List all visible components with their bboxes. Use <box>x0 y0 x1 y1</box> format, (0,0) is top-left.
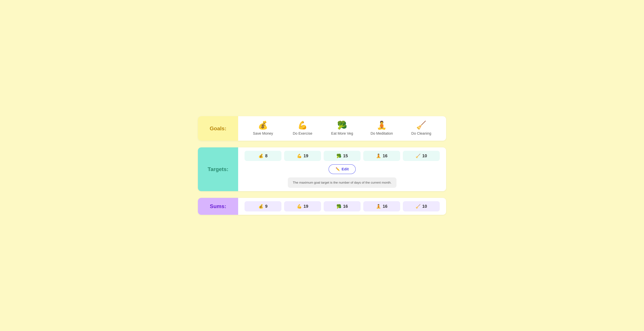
sum-cell-1: 💪 19 <box>284 201 321 212</box>
target-cell-4: 🧹 10 <box>403 151 440 161</box>
do-exercise-label: Do Exercise <box>293 131 312 136</box>
goals-content: 💰 Save Money 💪 Do Exercise 🥦 Eat More Ve… <box>238 116 446 141</box>
sum-emoji-0: 💰 <box>258 204 264 209</box>
targets-content: 💰 8 💪 19 🥦 15 🧘 16 🧹 10 ✏️ Edit The maxi… <box>238 148 446 191</box>
target-cell-1: 💪 19 <box>284 151 321 161</box>
sums-content: 💰 9 💪 19 🥦 16 🧘 16 🧹 10 <box>238 198 446 215</box>
sum-emoji-3: 🧘 <box>376 204 381 209</box>
sum-cell-3: 🧘 16 <box>363 201 400 212</box>
goal-item-eat-more-veg: 🥦 Eat More Veg <box>322 121 362 136</box>
main-container: Goals: 💰 Save Money 💪 Do Exercise 🥦 Eat … <box>198 116 446 215</box>
goal-item-do-cleaning: 🧹 Do Cleaning <box>402 121 441 136</box>
goals-row: 💰 Save Money 💪 Do Exercise 🥦 Eat More Ve… <box>243 120 441 137</box>
edit-icon: ✏️ <box>336 167 340 171</box>
sum-emoji-2: 🥦 <box>336 204 342 209</box>
eat-more-veg-label: Eat More Veg <box>331 131 353 136</box>
target-emoji-0: 💰 <box>258 154 264 158</box>
do-exercise-emoji: 💪 <box>298 121 308 129</box>
eat-more-veg-emoji: 🥦 <box>337 121 347 129</box>
target-value-0: 8 <box>265 154 268 158</box>
edit-button[interactable]: ✏️ Edit <box>328 164 356 174</box>
targets-section: Targets: 💰 8 💪 19 🥦 15 🧘 16 🧹 10 ✏️ Edit <box>198 148 446 191</box>
save-money-emoji: 💰 <box>258 121 268 129</box>
target-value-3: 16 <box>383 154 388 158</box>
goal-item-do-meditation: 🧘 Do Meditation <box>362 121 402 136</box>
sum-value-4: 10 <box>422 204 427 209</box>
sum-value-0: 9 <box>265 204 268 209</box>
info-text: The maximum goal target is the number of… <box>293 181 392 184</box>
info-box: The maximum goal target is the number of… <box>288 178 397 188</box>
target-emoji-2: 🥦 <box>336 154 342 158</box>
sum-cell-0: 💰 9 <box>244 201 282 212</box>
sums-label-text: Sums: <box>210 203 226 210</box>
do-meditation-label: Do Meditation <box>370 131 393 136</box>
sum-emoji-4: 🧹 <box>416 204 420 209</box>
target-value-4: 10 <box>422 154 427 158</box>
target-emoji-1: 💪 <box>297 154 302 158</box>
target-cell-3: 🧘 16 <box>363 151 400 161</box>
target-cell-2: 🥦 15 <box>324 151 360 161</box>
sum-cell-2: 🥦 16 <box>324 201 360 212</box>
edit-label: Edit <box>342 167 349 171</box>
sums-label: Sums: <box>198 198 238 215</box>
sum-value-1: 19 <box>304 204 308 209</box>
sums-section: Sums: 💰 9 💪 19 🥦 16 🧘 16 🧹 10 <box>198 198 446 215</box>
targets-numbers-row: 💰 8 💪 19 🥦 15 🧘 16 🧹 10 <box>243 151 441 161</box>
target-value-1: 19 <box>304 154 308 158</box>
goals-label: Goals: <box>198 116 238 141</box>
target-cell-0: 💰 8 <box>244 151 282 161</box>
goals-section: Goals: 💰 Save Money 💪 Do Exercise 🥦 Eat … <box>198 116 446 141</box>
sums-row: 💰 9 💪 19 🥦 16 🧘 16 🧹 10 <box>243 201 441 212</box>
target-emoji-3: 🧘 <box>376 154 381 158</box>
sum-value-2: 16 <box>343 204 348 209</box>
target-value-2: 15 <box>343 154 348 158</box>
save-money-label: Save Money <box>253 131 273 136</box>
target-emoji-4: 🧹 <box>416 154 420 158</box>
do-cleaning-label: Do Cleaning <box>412 131 431 136</box>
edit-button-row: ✏️ Edit <box>243 164 441 174</box>
targets-label: Targets: <box>198 148 238 191</box>
goal-item-save-money: 💰 Save Money <box>243 121 283 136</box>
goal-item-do-exercise: 💪 Do Exercise <box>283 121 322 136</box>
sum-cell-4: 🧹 10 <box>403 201 440 212</box>
sum-value-3: 16 <box>383 204 388 209</box>
targets-label-text: Targets: <box>208 166 228 172</box>
sum-emoji-1: 💪 <box>297 204 302 209</box>
goals-label-text: Goals: <box>210 126 226 132</box>
do-meditation-emoji: 🧘 <box>377 121 387 129</box>
do-cleaning-emoji: 🧹 <box>416 121 426 129</box>
